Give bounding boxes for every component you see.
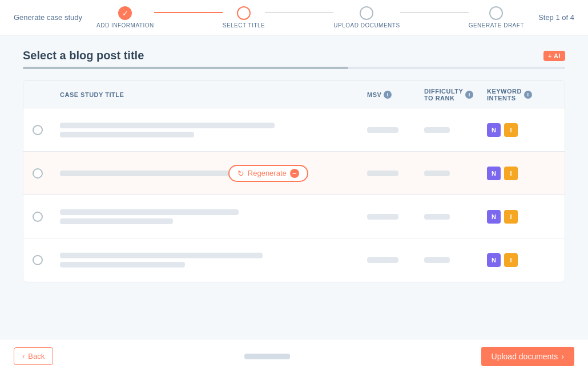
- col-title: CASE STUDY TITLE: [60, 91, 367, 98]
- step-4: GENERATE DRAFT: [469, 6, 524, 29]
- back-button[interactable]: ‹ Back: [14, 347, 53, 365]
- upload-chevron-icon: ›: [561, 352, 564, 361]
- row-4-keywords: N I: [487, 253, 555, 267]
- row-1-difficulty: [424, 127, 487, 133]
- connector-3-4: [400, 12, 469, 13]
- row-2-msv: [367, 171, 424, 176]
- footer: ‹ Back Upload documents ›: [0, 339, 588, 373]
- row-2-keywords: N I: [487, 167, 555, 180]
- connector-2-3: [265, 12, 333, 13]
- col-msv: MSV i: [367, 91, 424, 99]
- row-2-difficulty: [424, 171, 487, 176]
- top-header: Generate case study ✓ ADD INFORMATION SE…: [0, 0, 588, 35]
- row-2-title: ✎ ↻ Regenerate –: [60, 171, 367, 176]
- table-row: ✎ ↻ Regenerate – N I: [23, 152, 565, 195]
- row-3-title: [60, 209, 367, 224]
- row-4-msv: [367, 257, 424, 263]
- col-difficulty: DIFFICULTYTO RANK i: [424, 88, 487, 102]
- row-3-radio[interactable]: [33, 212, 60, 222]
- loading-bar: [23, 67, 565, 69]
- regenerate-icon: ↻: [237, 169, 244, 178]
- connector-1-2: [154, 12, 223, 13]
- ai-badge: + AI: [543, 51, 565, 61]
- step-2-circle: [237, 6, 251, 20]
- row-2-radio[interactable]: [33, 168, 60, 179]
- step-2-label: SELECT TITLE: [223, 22, 265, 29]
- step-4-label: GENERATE DRAFT: [469, 22, 524, 29]
- row-1-title: [60, 123, 367, 137]
- badge-i: I: [504, 123, 518, 137]
- col-keywords: KEYWORDINTENTS i: [487, 88, 555, 102]
- table-header: CASE STUDY TITLE MSV i DIFFICULTYTO RANK…: [23, 81, 565, 108]
- step-1-label: ADD INFORMATION: [96, 22, 154, 29]
- step-4-circle: [489, 6, 503, 20]
- row-1-msv: [367, 127, 424, 133]
- table-row: N I: [23, 108, 565, 152]
- page-title-row: Select a blog post title + AI: [23, 49, 565, 62]
- progress-stepper: ✓ ADD INFORMATION SELECT TITLE UPLOAD DO…: [82, 6, 538, 29]
- step-1: ✓ ADD INFORMATION: [96, 6, 154, 29]
- app-title: Generate case study: [14, 13, 82, 22]
- table-row: N I: [23, 195, 565, 238]
- row-3-keywords: N I: [487, 210, 555, 224]
- step-2: SELECT TITLE: [223, 6, 265, 29]
- badge-i: I: [504, 253, 518, 267]
- step-3: UPLOAD DOCUMENTS: [333, 6, 400, 29]
- badge-n: N: [487, 123, 501, 137]
- regenerate-button[interactable]: ↻ Regenerate –: [228, 165, 308, 182]
- loading-bar-fill: [23, 67, 348, 69]
- results-table: CASE STUDY TITLE MSV i DIFFICULTYTO RANK…: [23, 80, 565, 282]
- step-3-circle: [360, 6, 373, 20]
- back-chevron-icon: ‹: [22, 352, 25, 360]
- upload-documents-button[interactable]: Upload documents ›: [481, 347, 574, 366]
- badge-i: I: [504, 167, 518, 180]
- row-1-radio[interactable]: [33, 125, 60, 135]
- footer-skeleton: [244, 354, 290, 359]
- row-4-difficulty: [424, 257, 487, 263]
- row-1-keywords: N I: [487, 123, 555, 137]
- page-title: Select a blog post title: [23, 49, 144, 62]
- row-4-title: [60, 253, 367, 267]
- row-3-difficulty: [424, 214, 487, 220]
- step-3-label: UPLOAD DOCUMENTS: [333, 22, 400, 29]
- badge-n: N: [487, 210, 501, 224]
- row-3-msv: [367, 214, 424, 220]
- step-counter: Step 1 of 4: [538, 13, 574, 22]
- step-1-circle: ✓: [118, 6, 132, 20]
- table-row: N I: [23, 238, 565, 282]
- difficulty-info-icon[interactable]: i: [465, 91, 473, 99]
- badge-i: I: [504, 210, 518, 224]
- msv-info-icon[interactable]: i: [384, 91, 392, 99]
- main-content: Select a blog post title + AI CASE STUDY…: [0, 35, 588, 339]
- regenerate-stop-icon: –: [290, 169, 299, 178]
- row-4-radio[interactable]: [33, 255, 60, 265]
- badge-n: N: [487, 167, 501, 180]
- badge-n: N: [487, 253, 501, 267]
- keywords-info-icon[interactable]: i: [524, 91, 532, 99]
